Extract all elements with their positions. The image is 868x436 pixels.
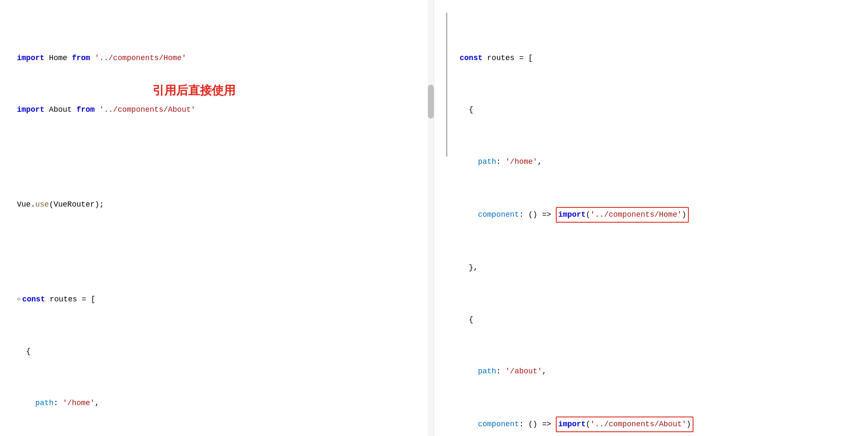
- r-import-home-path: '../components/Home': [590, 210, 682, 219]
- routes-decl: routes = [: [45, 293, 95, 306]
- colon-1: :: [53, 397, 63, 410]
- left-scrollbar[interactable]: [428, 0, 434, 436]
- code-line-1: import Home from '../components/Home': [17, 52, 417, 65]
- right-code-block: const routes = [ { path: '/home', compon…: [451, 13, 851, 436]
- r-path-about: '/about': [505, 365, 542, 378]
- id-about: About: [44, 103, 77, 116]
- r-path-home: '/home': [505, 155, 538, 168]
- keyword-from-1: from: [72, 52, 90, 65]
- r-prop-comp-2: component: [460, 418, 519, 431]
- comma-1: ,: [95, 397, 100, 410]
- code-line-6: ⊖const routes = [: [17, 293, 417, 306]
- code-line-4: Vue.use(VueRouter);: [17, 198, 417, 211]
- r-code-line-2: {: [460, 103, 851, 116]
- r-open-1: {: [460, 103, 473, 116]
- blank-line-1: [17, 155, 417, 160]
- r-code-line-6: {: [460, 313, 851, 326]
- str-home: '../components/Home': [95, 52, 186, 65]
- r-import-home-str: (: [586, 210, 591, 219]
- r-code-line-5: },: [460, 261, 851, 274]
- keyword-const: const: [22, 293, 45, 306]
- annotation-text: 引用后直接使用: [153, 84, 236, 97]
- keyword-from-2: from: [76, 103, 94, 116]
- right-panel: const routes = [ { path: '/home', compon…: [434, 0, 868, 436]
- keyword-import-1: import: [17, 52, 44, 65]
- r-colon-4: : () =>: [519, 418, 555, 431]
- r-colon-2: : () =>: [519, 208, 555, 221]
- r-prop-path-2: path: [460, 365, 496, 378]
- r-code-line-4: component: () => import('../components/H…: [460, 207, 851, 223]
- left-scrollbar-thumb[interactable]: [428, 85, 434, 119]
- r-close-1: },: [460, 261, 478, 274]
- space-2: [95, 103, 100, 116]
- fold-icon: ⊖: [17, 295, 20, 305]
- blank-line-2: [17, 250, 417, 254]
- prop-path-1: path: [35, 397, 53, 410]
- r-open-2: {: [460, 313, 473, 326]
- r-import-about-path: '../components/About': [590, 420, 686, 428]
- r-import-about-close: ): [686, 420, 691, 428]
- str-about: '../components/About': [99, 103, 195, 116]
- annotation-label: 引用后直接使用: [153, 83, 236, 99]
- code-line-7: {: [17, 345, 417, 358]
- r-comma-1: ,: [538, 155, 542, 168]
- r-prop-path-1: path: [460, 155, 496, 168]
- r-import-about-str: (: [586, 420, 591, 428]
- keyword-import-2: import: [17, 103, 44, 116]
- r-colon-3: :: [496, 365, 505, 378]
- r-import-kw-2: import: [558, 420, 586, 428]
- r-import-kw-1: import: [558, 210, 586, 219]
- r-colon-1: :: [496, 155, 505, 168]
- dot: .: [31, 198, 35, 211]
- r-code-line-1: const routes = [: [460, 52, 851, 65]
- r-import-about-highlight: import('../components/About'): [556, 417, 693, 432]
- code-line-2: import About from '../components/About': [17, 103, 417, 116]
- space-1: [90, 52, 95, 65]
- vue-id: Vue: [17, 198, 31, 211]
- left-panel: import Home from '../components/Home' im…: [0, 0, 434, 436]
- indent-8a: [17, 397, 35, 410]
- id-home: Home: [44, 52, 72, 65]
- r-code-line-7: path: '/about',: [460, 365, 851, 378]
- r-code-line-3: path: '/home',: [460, 155, 851, 168]
- code-line-8: path: '/home',: [17, 397, 417, 410]
- path-home-val: '/home': [63, 397, 95, 410]
- r-comma-2: ,: [542, 365, 546, 378]
- r-import-home-highlight: import('../components/Home'): [556, 207, 689, 223]
- left-code-block: import Home from '../components/Home' im…: [17, 13, 417, 436]
- r-prop-comp-1: component: [460, 208, 519, 221]
- r-code-line-8: component: () => import('../components/A…: [460, 417, 851, 432]
- right-left-bar: [446, 13, 447, 157]
- r-import-home-close: ): [682, 210, 687, 219]
- r-routes-decl: routes = [: [483, 52, 533, 65]
- vue-args: (VueRouter);: [49, 198, 104, 211]
- r-keyword-const: const: [460, 52, 483, 65]
- indent-7: {: [17, 345, 31, 358]
- fn-use: use: [35, 198, 49, 211]
